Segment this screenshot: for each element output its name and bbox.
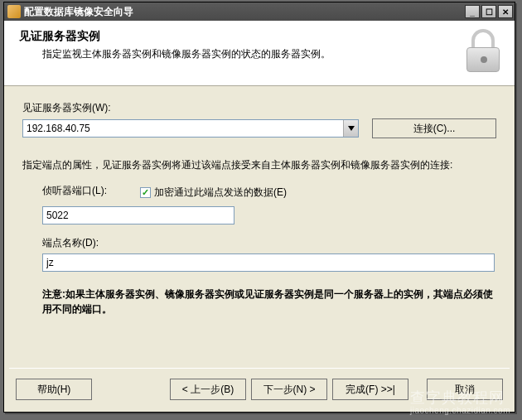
finish-button[interactable]: 完成(F) >>| [332,379,408,400]
minimize-button[interactable]: _ [465,5,480,18]
note-text: 注意:如果主体服务器实例、镜像服务器实例或见证服务器实例是同一个服务器上的实例，… [42,287,496,316]
lock-icon [463,29,503,74]
endpoint-name-input[interactable] [42,253,495,272]
next-button[interactable]: 下一步(N) > [251,379,327,400]
chevron-down-icon [348,126,355,131]
endpoint-name-label: 端点名称(D): [42,236,496,250]
app-icon [7,5,21,18]
wizard-content: 见证服务器实例(W): 连接(C)... 指定端点的属性，见证服务器实例将通过该… [4,86,515,325]
connect-button[interactable]: 连接(C)... [372,118,496,138]
dropdown-button[interactable] [343,120,358,137]
maximize-button[interactable]: ☐ [481,5,496,18]
page-subtitle: 指定监视主体服务器实例和镜像服务器实例的状态的服务器实例。 [42,47,455,61]
witness-instance-input[interactable] [23,120,343,137]
witness-instance-label: 见证服务器实例(W): [22,101,496,115]
close-button[interactable]: ✕ [498,5,513,18]
cancel-button[interactable]: 取消 [427,379,503,400]
port-input[interactable] [42,206,234,224]
back-button[interactable]: < 上一步(B) [170,379,246,400]
help-button[interactable]: 帮助(H) [16,379,92,400]
encrypt-label: 加密通过此端点发送的数据(E) [154,186,287,200]
endpoint-description: 指定端点的属性，见证服务器实例将通过该端点接受来自主体服务器实例和镜像服务器实例… [22,158,496,172]
window-title: 配置数据库镜像安全向导 [24,5,465,19]
titlebar-buttons: _ ☐ ✕ [465,5,513,18]
titlebar[interactable]: 配置数据库镜像安全向导 _ ☐ ✕ [4,2,515,21]
port-label: 侦听器端口(L): [42,184,107,198]
page-title: 见证服务器实例 [19,29,455,44]
button-bar: 帮助(H) < 上一步(B) 下一步(N) > 完成(F) >>| 取消 [4,369,515,412]
encrypt-checkbox-wrap[interactable]: ✓ 加密通过此端点发送的数据(E) [140,186,287,200]
wizard-header: 见证服务器实例 指定监视主体服务器实例和镜像服务器实例的状态的服务器实例。 [4,21,515,86]
encrypt-checkbox[interactable]: ✓ [140,187,151,198]
wizard-window: 配置数据库镜像安全向导 _ ☐ ✕ 见证服务器实例 指定监视主体服务器实例和镜像… [3,2,515,413]
witness-instance-combo[interactable] [22,119,359,138]
